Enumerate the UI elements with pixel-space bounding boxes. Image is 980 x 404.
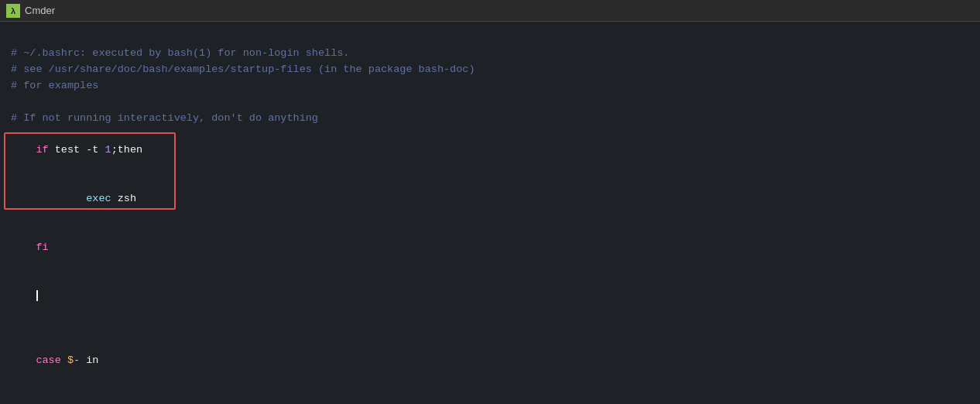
line-comment1: # ~/.bashrc: executed by bash(1) for non…: [11, 46, 969, 62]
line-blank3: [11, 321, 969, 337]
title-bar: λ Cmder: [0, 0, 980, 22]
terminal-window[interactable]: # ~/.bashrc: executed by bash(1) for non…: [0, 22, 980, 404]
window-title: Cmder: [25, 5, 55, 16]
cmder-logo: λ: [6, 4, 20, 18]
line-fi1: fi: [11, 224, 969, 272]
line-exec1: exec zsh: [11, 175, 969, 224]
line-comment2: # see /usr/share/doc/bash/examples/start…: [11, 62, 969, 78]
line-case2: *i*) ;;: [11, 385, 969, 404]
line-if1: if test -t 1;then: [11, 127, 969, 176]
line-cursor: [11, 272, 969, 321]
line-blank1: [11, 29, 969, 46]
line-comment3: # for examples: [11, 78, 969, 94]
line-blank2: [11, 94, 969, 111]
line-case1: case $- in: [11, 337, 969, 386]
line-comment4: # If not running interactively, don't do…: [11, 111, 969, 127]
